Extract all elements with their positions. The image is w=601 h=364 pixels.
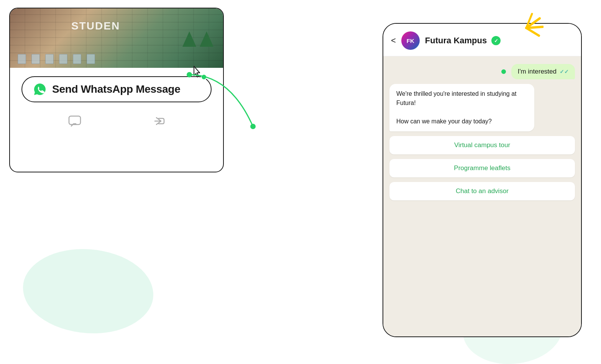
window-1 <box>18 54 26 64</box>
window-2 <box>31 54 40 64</box>
received-message-text: We're thrilled you're interested in stud… <box>396 90 517 125</box>
trees-decoration <box>182 31 215 48</box>
chat-avatar: FK <box>401 31 420 50</box>
chat-option-programme-leaflets[interactable]: Programme leaflets <box>389 159 575 177</box>
window-3 <box>45 54 54 64</box>
tree-1 <box>182 31 196 47</box>
chat-option-advisor-label: Chat to an advisor <box>456 187 509 195</box>
action-icons-row <box>10 110 223 132</box>
sparkle-decoration <box>509 11 540 41</box>
chat-option-programme-leaflets-label: Programme leaflets <box>454 164 510 172</box>
tree-2 <box>200 31 213 47</box>
wa-button-section: Send WhatsApp Message <box>10 68 223 108</box>
send-whatsapp-button[interactable]: Send WhatsApp Message <box>21 76 212 102</box>
building-windows <box>18 54 97 64</box>
chat-option-advisor[interactable]: Chat to an advisor <box>389 182 575 200</box>
back-button[interactable]: < <box>391 36 396 46</box>
wa-button-label: Send WhatsApp Message <box>52 83 180 95</box>
received-message-thrilled: We're thrilled you're interested in stud… <box>389 84 534 131</box>
window-5 <box>73 54 81 64</box>
verified-badge-icon <box>491 36 501 45</box>
window-4 <box>59 54 67 64</box>
comment-icon[interactable] <box>67 114 82 128</box>
svg-point-3 <box>250 124 256 129</box>
left-card-panel: STUDEN Se <box>9 8 224 172</box>
svg-line-6 <box>526 28 539 36</box>
whatsapp-icon <box>33 82 47 96</box>
chat-header: < FK Futura Kampus <box>383 24 581 56</box>
sent-message-text: I'm interested <box>517 68 557 75</box>
message-ticks-icon: ✓✓ <box>560 69 569 75</box>
page-container: STUDEN Se <box>0 0 601 364</box>
decorative-blob-left <box>23 249 153 333</box>
avatar-initials: FK <box>407 38 414 44</box>
share-icon[interactable] <box>151 114 166 128</box>
sent-message-interested: I'm interested ✓✓ <box>511 64 575 79</box>
building-image: STUDEN <box>10 8 223 68</box>
svg-line-5 <box>526 27 543 28</box>
chat-body: I'm interested ✓✓ We're thrilled you're … <box>383 56 581 336</box>
chat-option-virtual-tour-label: Virtual campus tour <box>454 141 510 149</box>
chat-name: Futura Kampus <box>425 36 487 46</box>
svg-rect-1 <box>69 116 80 125</box>
window-6 <box>87 54 95 64</box>
chat-option-virtual-tour[interactable]: Virtual campus tour <box>389 136 575 154</box>
whatsapp-chat-panel: < FK Futura Kampus I'm interested ✓✓ We'… <box>383 23 582 337</box>
cursor-icon <box>191 66 203 82</box>
green-dot-message <box>501 69 507 75</box>
building-sign-text: STUDEN <box>71 20 120 32</box>
